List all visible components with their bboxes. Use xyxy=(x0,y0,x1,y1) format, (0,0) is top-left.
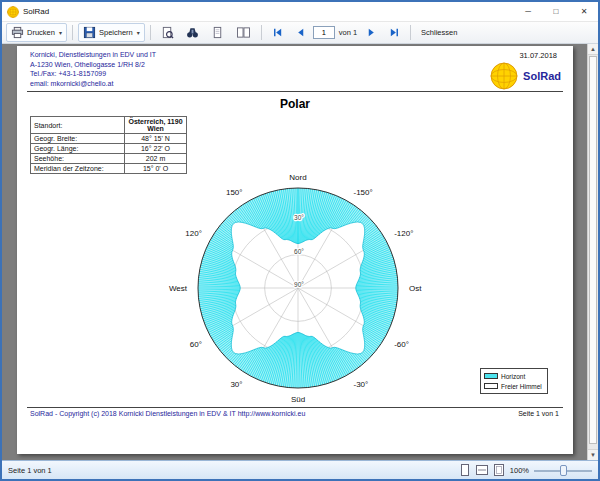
two-pages-icon xyxy=(236,26,251,39)
header-divider xyxy=(27,91,563,92)
status-page-info: Seite 1 von 1 xyxy=(8,466,52,475)
svg-text:120°: 120° xyxy=(185,229,202,238)
one-page-view-button[interactable] xyxy=(206,23,229,42)
svg-text:150°: 150° xyxy=(226,188,243,197)
legend-label: Horizont xyxy=(501,373,525,380)
svg-text:West: West xyxy=(169,284,188,293)
page-number-input[interactable] xyxy=(313,26,335,39)
table-label: Geogr. Breite: xyxy=(31,134,125,144)
report-date: 31.07.2018 xyxy=(519,51,557,60)
fit-page-view-toggle[interactable] xyxy=(493,464,505,476)
table-label: Geogr. Länge: xyxy=(31,144,125,154)
single-page-icon xyxy=(460,464,470,476)
svg-text:-60°: -60° xyxy=(394,340,409,349)
save-disk-icon xyxy=(83,26,96,39)
printer-icon xyxy=(11,26,24,39)
app-sun-icon xyxy=(7,6,19,18)
report-page: Kornicki, Dienstleistungen in EDV und IT… xyxy=(17,46,573,454)
print-button-label: Drucken xyxy=(27,28,55,37)
vertical-scrollbar[interactable]: ▲ ▼ xyxy=(587,44,598,460)
scrollbar-thumb[interactable] xyxy=(589,56,597,444)
minimize-button[interactable]: ─ xyxy=(514,2,542,21)
preview-area: Kornicki, Dienstleistungen in EDV und IT… xyxy=(2,44,598,460)
table-label: Standort: xyxy=(31,117,125,134)
fit-page-icon xyxy=(493,464,505,476)
legend-swatch-horizont xyxy=(484,373,498,379)
previous-page-icon xyxy=(295,27,306,38)
svg-text:30°: 30° xyxy=(230,380,242,389)
legend-label: Freier Himmel xyxy=(501,383,542,390)
scroll-up-icon[interactable]: ▲ xyxy=(588,44,598,55)
zoom-slider[interactable] xyxy=(534,464,592,477)
legend-item-freier-himmel: Freier Himmel xyxy=(484,381,544,391)
header-line: Tel./Fax: +43-1-8157099 xyxy=(30,69,156,79)
footer-divider xyxy=(27,407,563,408)
svg-text:Ost: Ost xyxy=(409,284,422,293)
table-label: Meridian der Zeitzone: xyxy=(31,164,125,174)
close-preview-label: Schliessen xyxy=(421,28,457,37)
legend-swatch-freier-himmel xyxy=(484,383,498,389)
svg-text:90°: 90° xyxy=(294,281,304,288)
next-page-button[interactable] xyxy=(361,24,382,41)
page-count-label: von 1 xyxy=(339,28,357,37)
title-bar[interactable]: SolRad ─ □ ✕ xyxy=(2,2,598,22)
previous-page-button[interactable] xyxy=(290,24,311,41)
last-page-icon xyxy=(389,27,400,38)
svg-text:60°: 60° xyxy=(294,248,304,255)
brand-name: SolRad xyxy=(523,70,561,82)
table-label: Seehöhe: xyxy=(31,154,125,164)
single-page-icon xyxy=(211,26,224,39)
save-button[interactable]: Speichern ▾ xyxy=(78,23,145,42)
save-dropdown-arrow[interactable]: ▾ xyxy=(137,29,140,36)
app-window: SolRad ─ □ ✕ Drucken ▾ Speichern ▾ xyxy=(0,0,600,481)
header-line: A-1230 Wien, Othellogasse 1/RH 8/2 xyxy=(30,60,156,70)
header-line: email: mkornicki@chello.at xyxy=(30,79,156,89)
toolbar-separator xyxy=(261,25,262,40)
report-title: Polar xyxy=(17,97,573,111)
print-dropdown-arrow[interactable]: ▾ xyxy=(59,29,62,36)
close-preview-button[interactable]: Schliessen xyxy=(416,25,462,40)
table-value: Österreich, 1190 Wien xyxy=(125,117,187,134)
next-page-icon xyxy=(366,27,377,38)
multi-page-view-button[interactable] xyxy=(231,23,256,42)
zoom-slider-thumb[interactable] xyxy=(560,465,567,476)
header-line: Kornicki, Dienstleistungen in EDV und IT xyxy=(30,50,156,60)
zoom-level-label: 100% xyxy=(510,466,529,475)
legend-item-horizont: Horizont xyxy=(484,371,544,381)
svg-text:30°: 30° xyxy=(294,214,304,221)
footer-copyright: SolRad - Copyright (c) 2018 Kornicki Die… xyxy=(30,410,305,417)
preview-toolbar: Drucken ▾ Speichern ▾ xyxy=(2,22,598,44)
svg-text:-120°: -120° xyxy=(394,229,413,238)
window-title: SolRad xyxy=(23,7,514,16)
footer-page-number: Seite 1 von 1 xyxy=(518,410,559,417)
toolbar-separator xyxy=(410,25,411,40)
table-row: Standort: Österreich, 1190 Wien xyxy=(31,117,187,134)
last-page-button[interactable] xyxy=(384,24,405,41)
first-page-button[interactable] xyxy=(267,24,288,41)
polar-chart: Nord-150°-120°Ost-60°-30°Süd30°60°West12… xyxy=(148,138,448,438)
status-bar: Seite 1 von 1 100% xyxy=(2,460,598,479)
scroll-down-icon[interactable]: ▼ xyxy=(588,449,598,460)
chart-legend: Horizont Freier Himmel xyxy=(480,368,548,394)
sun-logo-icon xyxy=(490,62,518,90)
page-setup-button[interactable] xyxy=(156,23,179,42)
toolbar-separator xyxy=(72,25,73,40)
toolbar-separator xyxy=(150,25,151,40)
fit-width-view-toggle[interactable] xyxy=(476,464,488,476)
page-setup-icon xyxy=(161,26,174,39)
maximize-button[interactable]: □ xyxy=(542,2,570,21)
fit-width-icon xyxy=(476,464,488,476)
report-header-address: Kornicki, Dienstleistungen in EDV und IT… xyxy=(30,50,156,88)
brand-logo-row: SolRad xyxy=(490,62,561,90)
close-button[interactable]: ✕ xyxy=(570,2,598,21)
svg-text:Süd: Süd xyxy=(291,395,305,404)
single-page-view-toggle[interactable] xyxy=(459,464,471,476)
first-page-icon xyxy=(272,27,283,38)
svg-text:-150°: -150° xyxy=(354,188,373,197)
svg-text:60°: 60° xyxy=(190,340,202,349)
find-button[interactable] xyxy=(181,23,204,42)
print-button[interactable]: Drucken ▾ xyxy=(6,23,67,42)
save-button-label: Speichern xyxy=(99,28,133,37)
svg-text:Nord: Nord xyxy=(289,173,306,182)
svg-text:-30°: -30° xyxy=(354,380,369,389)
